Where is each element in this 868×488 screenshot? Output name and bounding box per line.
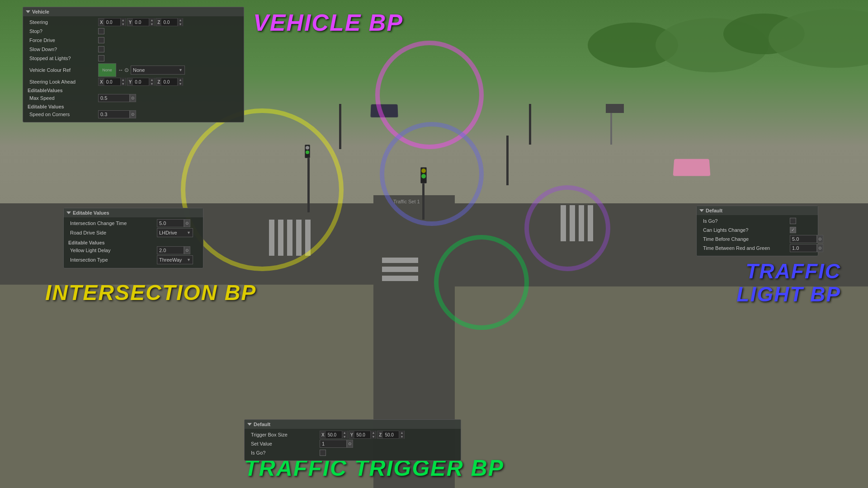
trigger-box-xyz: X 50.0 ▲▼ Y 50.0 ▲▼ Z 50.0 ▲▼ [320,431,458,439]
stopped-at-lights-row: Stopped at Lights? [26,54,241,62]
steering-x-field[interactable]: X 0.0 ▲▼ [98,18,126,26]
time-between-red-green-label: Time Between Red and Green [699,245,790,251]
stop-checkbox[interactable] [98,28,104,34]
trigger-is-go-label: Is Go? [247,450,320,455]
traffic-light-collapse-icon[interactable] [699,209,704,212]
intersection-change-time-container: 5.0 ⊙ [157,219,190,227]
set-value-container: 1 ⊙ [320,440,353,448]
max-speed-input[interactable]: 0.5 [98,94,130,102]
yellow-light-delay-input[interactable]: 2.0 [157,246,184,254]
look-ahead-xyz: X 0.0 ▲▼ Y 0.0 ▲▼ Z 0.0 ▲▼ [98,78,241,86]
glow-yellow [181,108,344,271]
trigger-box-y-field[interactable]: Y 50.0 ▲▼ [349,431,377,439]
editable-values-1-header: EditableValues [26,88,241,93]
look-ahead-label: Steering Look Ahead [29,79,75,84]
stopped-at-lights-checkbox[interactable] [98,55,104,61]
road-drive-side-dropdown[interactable]: LHDrive ▼ [157,228,193,237]
traffic-light-panel-header: Default [697,206,818,215]
look-ahead-z-field[interactable]: Z 0.0 ▲▼ [156,78,183,86]
glow-blue [380,122,484,226]
traffic-trigger-collapse-icon[interactable] [247,423,252,426]
time-between-red-green-spinner[interactable]: ⊙ [817,244,823,252]
set-value-spinner[interactable]: ⊙ [347,440,353,448]
can-lights-change-checkbox[interactable] [790,227,796,233]
steering-xyz: X 0.0 ▲▼ Y 0.0 ▲▼ Z 0.0 ▲▼ [98,18,241,26]
time-before-change-input[interactable]: 5.0 [790,235,817,243]
force-drive-label: Force Drive [26,38,98,43]
time-before-change-spinner[interactable]: ⊙ [817,235,823,243]
trigger-box-z-field[interactable]: Z 50.0 ▲▼ [377,431,405,439]
editable-values-2-header: Editable Values [26,104,241,109]
vehicle-collapse-icon[interactable] [26,10,30,13]
traffic-light-panel-title: Default [706,208,722,213]
vehicle-panel: Vehicle Steering X 0.0 ▲▼ Y 0.0 ▲▼ Z 0.0… [23,7,244,122]
colour-search-icon[interactable]: ⊙ [124,67,129,73]
car-pink [673,159,711,176]
speed-on-corners-row: Speed on Corners 0.3 ⊙ [26,110,241,118]
max-speed-row: Max Speed 0.5 ⊙ [26,94,241,102]
trigger-box-size-row: Trigger Box Size X 50.0 ▲▼ Y 50.0 ▲▼ Z 5… [247,431,458,439]
glow-green [434,235,529,330]
time-before-change-row: Time Before Change 5.0 ⊙ [699,235,815,243]
vehicle-colour-dropdown[interactable]: None ▼ [131,66,185,75]
stop-row: Stop? [26,27,241,35]
yellow-light-delay-label: Yellow Light Delay [66,248,157,253]
max-speed-spinner[interactable]: ⊙ [130,94,136,102]
set-value-row: Set Value 1 ⊙ [247,440,458,448]
steering-row: Steering X 0.0 ▲▼ Y 0.0 ▲▼ Z 0.0 ▲▼ [26,18,241,26]
intersection-panel: Editable Values Intersection Change Time… [63,208,203,268]
traffic-pole-2 [339,104,341,149]
colour-arrow-icon[interactable]: ↔ [118,67,123,73]
vehicle-colour-swatch[interactable]: None [98,63,116,77]
traffic-light-panel: Default Is Go? Can Lights Change? Time B… [696,206,818,256]
trigger-box-size-label: Trigger Box Size [251,432,288,437]
intersection-type-row: Intersection Type ThreeWay ▼ [66,255,200,264]
yellow-light-delay-container: 2.0 ⊙ [157,246,190,254]
intersection-change-time-spinner[interactable]: ⊙ [184,219,190,227]
vehicle-panel-header: Vehicle [23,7,244,16]
slow-down-checkbox[interactable] [98,46,104,52]
trigger-is-go-checkbox[interactable] [320,450,326,456]
vehicle-colour-controls: None ↔ ⊙ None ▼ [98,63,185,77]
time-between-red-green-input[interactable]: 1.0 [790,244,817,252]
crosswalk-b1 [382,258,418,263]
glow-purple [524,185,610,271]
traffic-trigger-panel: Default Trigger Box Size X 50.0 ▲▼ Y 50.… [244,419,461,461]
sign-pole-1 [610,108,612,145]
time-between-red-green-row: Time Between Red and Green 1.0 ⊙ [699,244,815,252]
set-value-label: Set Value [247,441,320,446]
traffic-trigger-panel-title: Default [254,422,270,427]
traffic-pole-4 [529,104,531,145]
intersection-type-dropdown[interactable]: ThreeWay ▼ [157,255,193,264]
look-ahead-x-field[interactable]: X 0.0 ▲▼ [98,78,126,86]
slow-down-row: Slow Down? [26,45,241,53]
intersection-change-time-input[interactable]: 5.0 [157,219,184,227]
set-value-input[interactable]: 1 [320,440,347,448]
can-lights-change-row: Can Lights Change? [699,226,815,234]
intersection-collapse-icon[interactable] [66,211,71,214]
slow-down-label: Slow Down? [26,47,98,52]
traffic-pole-3 [506,136,509,185]
look-ahead-y-field[interactable]: Y 0.0 ▲▼ [127,78,155,86]
vehicle-colour-label: Vehicle Colour Ref [26,67,98,73]
speed-on-corners-label: Speed on Corners [26,112,98,117]
traffic-is-go-label: Is Go? [699,218,790,224]
trigger-is-go-row: Is Go? [247,449,458,457]
yellow-light-delay-spinner[interactable]: ⊙ [184,246,190,254]
road-drive-side-row: Road Drive Side LHDrive ▼ [66,228,200,237]
time-before-change-container: 5.0 ⊙ [790,235,823,243]
traffic-is-go-row: Is Go? [699,217,815,225]
intersection-panel-title: Editable Values [73,210,109,216]
max-speed-input-container: 0.5 ⊙ [98,94,136,102]
traffic-is-go-checkbox[interactable] [790,218,796,224]
trigger-box-x-field[interactable]: X 50.0 ▲▼ [320,431,348,439]
steering-y-field[interactable]: Y 0.0 ▲▼ [127,18,155,26]
sign-1 [606,104,624,113]
intersection-panel-header: Editable Values [64,208,203,217]
force-drive-checkbox[interactable] [98,37,104,43]
steering-z-field[interactable]: Z 0.0 ▲▼ [156,18,183,26]
speed-on-corners-input-container: 0.3 ⊙ [98,110,136,118]
intersection-change-time-row: Intersection Change Time 5.0 ⊙ [66,219,200,227]
speed-on-corners-spinner[interactable]: ⊙ [130,110,136,118]
speed-on-corners-input[interactable]: 0.3 [98,110,130,118]
